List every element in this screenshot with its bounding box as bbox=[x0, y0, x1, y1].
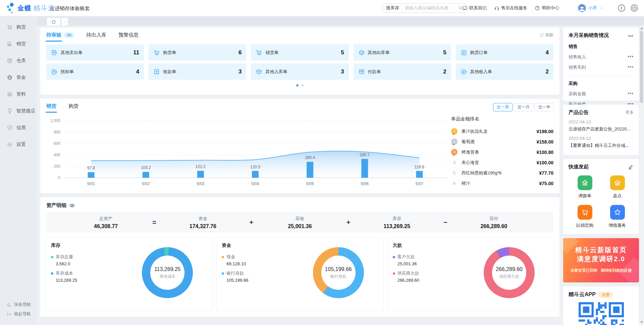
survey-banner[interactable]: 精斗云新版首页 满意度调研2.0 全新首页已到来 期待收到您的反馈 bbox=[563, 238, 639, 282]
assets-detail-card: 资产明细 总资产 46,308.77 = 资金 174,327.76 + bbox=[40, 197, 559, 317]
income-yen-icon bbox=[461, 68, 467, 75]
purchase-section-title: 采购 bbox=[569, 80, 634, 87]
transfer-house-icon bbox=[581, 179, 589, 187]
sidebar-item[interactable]: 智慧微店 bbox=[0, 103, 37, 119]
range-button[interactable]: 近一月 bbox=[514, 103, 533, 111]
power-icon[interactable] bbox=[630, 4, 639, 12]
scroll-up-arrow[interactable] bbox=[640, 27, 643, 29]
ranking-row[interactable]: 1 果汁饮品礼盒 ¥198.00 bbox=[451, 126, 553, 137]
ranking-row[interactable]: 6 橙汁 ¥75.00 bbox=[451, 178, 553, 188]
eye-icon[interactable] bbox=[69, 203, 75, 209]
quick-action-tile bbox=[578, 175, 592, 190]
edit-icon[interactable] bbox=[628, 164, 634, 170]
sidebar-item[interactable]: 购货 bbox=[0, 19, 37, 36]
user-menu[interactable]: 小乔 bbox=[578, 0, 603, 16]
tab-list-caret[interactable] bbox=[62, 18, 68, 25]
todo-tab[interactable]: 待审核 49 bbox=[46, 32, 74, 42]
quick-action[interactable]: 以销定购 bbox=[569, 205, 601, 228]
top-link[interactable]: 联系我们 bbox=[462, 5, 487, 11]
assets-formula: 总资产 46,308.77 = 资金 174,327.76 + 应收 25,00… bbox=[46, 212, 553, 233]
chevron-down-icon[interactable] bbox=[599, 6, 603, 10]
avatar[interactable] bbox=[578, 4, 586, 12]
quick-action-tile bbox=[610, 205, 625, 220]
search-input[interactable]: 请输入商品编码或名称 bbox=[405, 5, 458, 11]
svg-text:5/01: 5/01 bbox=[87, 181, 95, 186]
home-tab[interactable] bbox=[47, 18, 60, 25]
refresh-icon bbox=[539, 33, 544, 38]
scrollbar-thumb[interactable] bbox=[640, 31, 643, 103]
donut-center: 105,199.66 银行存款 bbox=[313, 247, 364, 298]
eye-closed-icon[interactable] bbox=[628, 33, 634, 39]
sidebar: 购货 销货 仓库 资金 资料 智慧微店 信用 设置 bbox=[0, 16, 37, 325]
kv-row: 销售收入 *** bbox=[569, 54, 634, 60]
sidebar-item[interactable]: 销货 bbox=[0, 36, 37, 52]
todo-doc-card[interactable]: 付款单 2 bbox=[354, 63, 451, 80]
sidebar-footer-toggle[interactable]: 深色导航 bbox=[0, 302, 37, 308]
top-navbar: 金蝶 精斗云 云进销存体验账套 搜库存 请输入商品编码或名称 联系我们 售后在线… bbox=[0, 0, 644, 16]
donut-center-label: 银行存款 bbox=[330, 274, 346, 279]
quick-action[interactable]: 调拨单 bbox=[569, 175, 601, 199]
refresh-button[interactable]: 刷新 bbox=[539, 32, 553, 41]
trolley-icon bbox=[7, 41, 13, 47]
ranking-row[interactable]: 5 西红柿意粉酱190g*6 ¥77.70 bbox=[451, 168, 553, 178]
app-logo[interactable]: 金蝶 精斗云 bbox=[6, 2, 55, 14]
donut-chart: 266,289.60 供应商欠款 bbox=[484, 247, 535, 298]
quick-action[interactable]: 增值服务 bbox=[601, 205, 634, 228]
todo-tab[interactable]: 待出入库 bbox=[86, 32, 106, 42]
ranking-row[interactable]: 3 烤海苔卷 ¥100.80 bbox=[451, 147, 553, 157]
pager-dot[interactable] bbox=[296, 84, 299, 87]
todo-tab[interactable]: 预警信息 bbox=[118, 32, 139, 42]
todo-doc-card[interactable]: 拆卸单 4 bbox=[46, 63, 144, 80]
todo-doc-card[interactable]: 其他支出单 11 bbox=[46, 44, 144, 61]
cart-icon bbox=[256, 49, 262, 56]
todo-doc-card[interactable]: 购货单 6 bbox=[149, 44, 246, 61]
svg-text:280.4: 280.4 bbox=[305, 155, 315, 160]
sales-section-title: 销售 bbox=[569, 44, 634, 50]
search-scope-label[interactable]: 搜库存 bbox=[386, 5, 399, 11]
user-name[interactable]: 小乔 bbox=[588, 5, 597, 11]
announcement-item[interactable]: 2022-04-13 云进销存产品更新公告_20220... bbox=[569, 119, 634, 132]
todo-tabs: 待审核 49 待出入库 预警信息 bbox=[46, 32, 151, 42]
formula-segment: 应付 266,289.60 bbox=[451, 216, 537, 229]
ranking-row[interactable]: 4 夹心海苔 ¥100.00 bbox=[451, 157, 553, 168]
payment-yen-icon bbox=[358, 68, 365, 75]
assets-title: 资产明细 bbox=[46, 202, 66, 209]
donut-center-value: 266,289.60 bbox=[496, 266, 523, 272]
todo-tabs-row: 待审核 49 待出入库 预警信息 刷新 bbox=[40, 28, 559, 42]
pager-dot[interactable] bbox=[302, 84, 304, 87]
top-link[interactable]: 帮助中心 bbox=[535, 5, 559, 11]
sidebar-item[interactable]: 设置 bbox=[0, 136, 37, 153]
trend-tab[interactable]: 购货 bbox=[68, 103, 78, 113]
help-icon bbox=[535, 5, 540, 11]
range-button[interactable]: 近一周 bbox=[493, 103, 513, 111]
range-button[interactable]: 近一年 bbox=[535, 103, 554, 111]
trend-tabs-row: 销货 购货 bbox=[40, 99, 559, 113]
sidebar-item[interactable]: 仓库 bbox=[0, 52, 37, 69]
more-link[interactable]: 更多 bbox=[626, 110, 634, 115]
back-icon[interactable] bbox=[617, 4, 626, 12]
sidebar-item[interactable]: 资料 bbox=[0, 86, 37, 103]
todo-doc-card[interactable]: 收款单 3 bbox=[149, 63, 246, 80]
todo-doc-card[interactable]: 其他入库单 3 bbox=[251, 63, 348, 80]
announcements-title: 产品公告 bbox=[569, 109, 589, 116]
rank-medal-icon: 4 bbox=[451, 159, 458, 166]
todo-doc-card[interactable]: 购货订单 4 bbox=[456, 44, 553, 61]
sidebar-item[interactable]: 信用 bbox=[0, 119, 37, 136]
ranking-row[interactable]: 2 葡萄酒 ¥158.00 bbox=[451, 137, 553, 147]
todo-doc-card[interactable]: 其他出库单 5 bbox=[354, 44, 451, 61]
bill-out-icon bbox=[51, 49, 58, 56]
sidebar-footer-toggle[interactable]: 收起导航 bbox=[0, 311, 37, 317]
top-link[interactable]: 售后在线服务 bbox=[494, 5, 527, 11]
page-scrollbar[interactable] bbox=[639, 25, 644, 325]
quick-action[interactable]: 盘点 bbox=[601, 175, 634, 199]
gear-icon bbox=[7, 142, 13, 148]
scroll-down-arrow[interactable] bbox=[640, 321, 643, 323]
todo-doc-card[interactable]: 销货单 5 bbox=[251, 44, 348, 61]
sidebar-item[interactable]: 资金 bbox=[0, 69, 37, 86]
sidebar-menu: 购货 销货 仓库 资金 资料 智慧微店 信用 设置 bbox=[0, 16, 37, 153]
inventory-search-box[interactable]: 搜库存 请输入商品编码或名称 bbox=[383, 3, 466, 13]
trend-tab[interactable]: 销货 bbox=[46, 103, 56, 113]
announcement-item[interactable]: 2022-04-13 【重要通知】精斗云工作台域... bbox=[569, 136, 634, 149]
formula-segment: + bbox=[343, 219, 354, 226]
todo-doc-card[interactable]: 其他收入单 2 bbox=[456, 63, 553, 80]
